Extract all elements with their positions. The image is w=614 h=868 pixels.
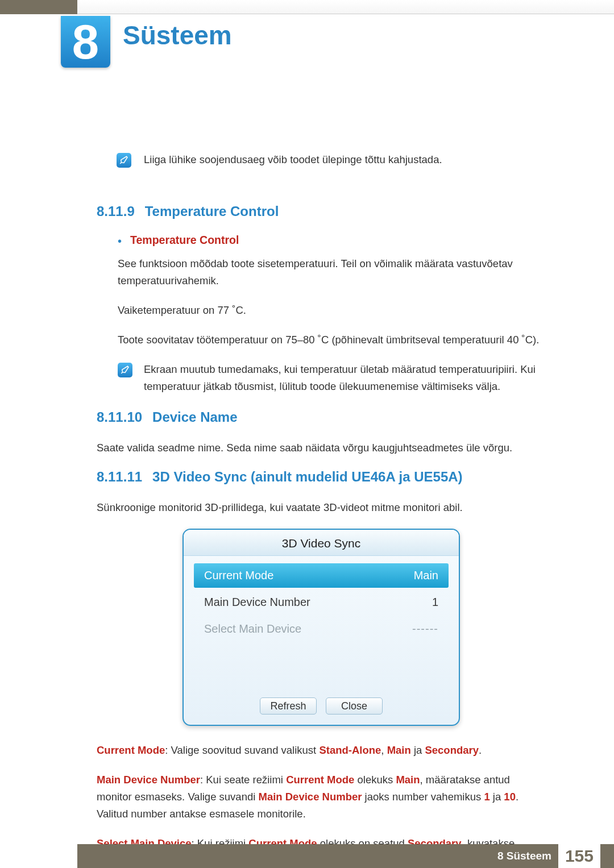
desc-main-device-number: Main Device Number: Kui seate režiimi Cu… — [97, 771, 546, 823]
chapter-number-badge: 8 — [61, 16, 110, 68]
body-text: Vaiketemperatuur on 77 ˚C. — [97, 302, 546, 319]
heading-num: 8.11.10 — [97, 409, 152, 425]
desc-current-mode: Current Mode: Valige soovitud suvand val… — [97, 742, 546, 759]
dialog-row-label: Main Device Number — [204, 596, 310, 609]
refresh-button[interactable]: Refresh — [260, 697, 317, 715]
close-button[interactable]: Close — [326, 697, 383, 715]
dialog-row-value: ------ — [412, 622, 438, 636]
heading-title: Device Name — [152, 409, 237, 425]
bullet-temperature-control: • Temperature Control — [97, 234, 546, 248]
note-row: Ekraan muutub tumedamaks, kui temperatuu… — [97, 361, 546, 395]
dialog-row-value: 1 — [432, 596, 438, 609]
dialog-row-current-mode[interactable]: Current Mode Main — [194, 563, 449, 588]
body-text: See funktsioon mõõdab toote sisetemperat… — [97, 255, 546, 289]
dialog-row-value: Main — [414, 569, 438, 582]
heading-title: 3D Video Sync (ainult mudelid UE46A ja U… — [152, 469, 462, 484]
footer-text: 8 Süsteem — [497, 850, 551, 862]
heading-num: 8.11.9 — [97, 203, 145, 219]
body-text: Saate valida seadme nime. Seda nime saab… — [97, 439, 546, 456]
top-note-text: Liiga lühike soojendusaeg võib toodet ül… — [144, 151, 543, 168]
subheading-temperature-control: Temperature Control — [130, 234, 239, 247]
bullet-dot-icon: • — [118, 234, 130, 248]
dialog-spacer — [194, 643, 449, 686]
note-text: Ekraan muutub tumedamaks, kui temperatuu… — [144, 361, 546, 395]
dialog-row-select-main-device: Select Main Device ------ — [194, 617, 449, 641]
note-icon — [117, 153, 131, 168]
dialog-3d-video-sync: 3D Video Sync Current Mode Main Main Dev… — [182, 529, 460, 726]
dialog-title: 3D Video Sync — [184, 530, 459, 556]
footer-page-number: 155 — [558, 844, 600, 868]
dialog-row-main-device-number[interactable]: Main Device Number 1 — [194, 590, 449, 614]
header-white-bg — [77, 0, 614, 14]
heading-8-11-9: 8.11.9Temperature Control — [97, 203, 546, 219]
heading-8-11-11: 8.11.113D Video Sync (ainult mudelid UE4… — [97, 469, 546, 485]
dialog-row-label: Current Mode — [204, 569, 273, 582]
footer: 8 Süsteem 155 — [77, 844, 614, 868]
dialog-row-label: Select Main Device — [204, 622, 301, 636]
body-text: Toote soovitatav töötemperatuur on 75–80… — [97, 331, 546, 348]
page-title: Süsteem — [123, 20, 232, 51]
note-icon — [118, 363, 132, 377]
heading-8-11-10: 8.11.10Device Name — [97, 409, 546, 425]
body-text: Sünkroonige monitorid 3D-prillidega, kui… — [97, 499, 546, 516]
heading-num: 8.11.11 — [97, 469, 152, 484]
heading-title: Temperature Control — [145, 203, 279, 219]
